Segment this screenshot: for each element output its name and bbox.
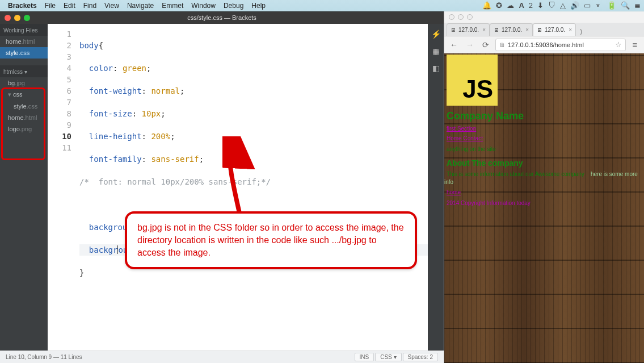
address-bar[interactable]: 🗎 127.0.0.1:59036/home.html ☆ <box>495 39 626 51</box>
menu-status-icons: 🔔 ✪ ☁ A 2 ⬇ ⛉ △ 🔊 ▭ ᯤ 🔋 🔍 ≣ <box>482 1 641 10</box>
spotlight-icon[interactable]: 🔍 <box>621 1 630 10</box>
cc-icon[interactable]: ☁ <box>507 1 514 10</box>
browser-toolbar: ← → ⟳ 🗎 127.0.0.1:59036/home.html ☆ ≡ <box>444 36 644 53</box>
file-style-css[interactable]: style.css <box>0 101 48 112</box>
drive-icon[interactable]: △ <box>560 1 566 10</box>
chrome-browser-window: 🗎127.0.0.× 🗎127.0.0.× 🗎127.0.0.× ⟩ ← → ⟳… <box>444 11 644 363</box>
page-footer: 2014 Copyright Information today <box>447 200 531 206</box>
browser-tab-2[interactable]: 🗎127.0.0.× <box>490 23 533 36</box>
folder-css[interactable]: ▾ css <box>0 89 48 101</box>
browser-tab-3[interactable]: 🗎127.0.0.× <box>533 23 576 36</box>
zoom-window-button[interactable] <box>24 15 30 21</box>
brackets-titlebar: css/style.css — Brackets <box>0 11 444 24</box>
browser-tab-1[interactable]: 🗎127.0.0.× <box>447 23 490 36</box>
page-link[interactable]: home <box>447 189 642 195</box>
reload-button[interactable]: ⟳ <box>479 39 492 51</box>
chrome-menu-button[interactable]: ≡ <box>629 40 641 49</box>
brackets-window: css/style.css — Brackets Working Files h… <box>0 11 444 363</box>
insert-mode-button[interactable]: INS <box>355 353 374 361</box>
wifi-icon[interactable]: ᯤ <box>595 1 603 10</box>
file-bg-jpg[interactable]: bg.jpg <box>0 77 48 89</box>
rendered-page: JS Company Name first Section Home Conta… <box>444 53 644 363</box>
project-header[interactable]: htmlcss ▾ <box>0 65 48 77</box>
browser-titlebar <box>444 11 644 23</box>
status-bar: Line 10, Column 9 — 11 Lines INS CSS ▾ S… <box>0 351 444 363</box>
page-nav-link[interactable]: Home Contact <box>447 135 642 141</box>
plugin-icon[interactable]: ◧ <box>432 64 440 73</box>
annotation-text: bg.jpg is not in the CSS folder so in or… <box>137 223 404 257</box>
line-gutter: 1234567891011 <box>48 24 79 351</box>
live-preview-icon[interactable]: ⚡ <box>431 30 441 39</box>
menu-edit[interactable]: Edit <box>64 2 75 10</box>
close-tab-icon[interactable]: × <box>482 27 486 33</box>
window-controls <box>5 15 30 21</box>
page-text: This is some information about our Aweso… <box>447 171 584 177</box>
extension-manager-icon[interactable]: ▦ <box>432 47 440 56</box>
notification-center-icon[interactable]: ≣ <box>634 1 641 10</box>
menu-navigate[interactable]: Navigate <box>127 2 154 10</box>
page-text: anything on the site <box>447 146 496 152</box>
working-file-home[interactable]: home.html <box>0 36 48 47</box>
close-tab-icon[interactable]: × <box>569 27 572 33</box>
browser-zoom-button[interactable] <box>467 14 473 20</box>
browser-close-button[interactable] <box>449 14 454 20</box>
menu-file[interactable]: File <box>45 2 56 10</box>
page-icon: 🗎 <box>451 27 456 33</box>
dropbox-icon[interactable]: ⬇ <box>537 1 544 10</box>
back-button[interactable]: ← <box>448 39 460 51</box>
cursor-position: Line 10, Column 9 — 11 Lines <box>6 354 82 360</box>
minimize-window-button[interactable] <box>14 15 20 21</box>
battery-icon[interactable]: 🔋 <box>607 1 616 10</box>
menu-help[interactable]: Help <box>251 2 266 10</box>
bell-icon[interactable]: 🔔 <box>482 1 491 10</box>
page-subheading: About The company <box>447 158 642 168</box>
code-editor[interactable]: 1234567891011 body{ color: green; font-w… <box>48 24 428 351</box>
bookmark-star-icon[interactable]: ☆ <box>615 40 622 49</box>
page-nav-link[interactable]: first Section <box>447 126 642 132</box>
brackets-right-toolbar: ⚡ ▦ ◧ <box>428 24 444 351</box>
forward-button[interactable]: → <box>464 39 476 51</box>
file-logo-png[interactable]: logo.png <box>0 123 48 135</box>
site-info-icon[interactable]: 🗎 <box>499 41 506 48</box>
working-files-header: Working Files <box>0 24 48 36</box>
working-file-style[interactable]: style.css <box>0 47 48 59</box>
window-title: css/style.css — Brackets <box>187 14 256 21</box>
close-tab-icon[interactable]: × <box>525 27 529 33</box>
page-icon: 🗎 <box>537 27 542 33</box>
close-window-button[interactable] <box>5 15 11 21</box>
menu-view[interactable]: View <box>104 2 119 10</box>
language-mode-button[interactable]: CSS ▾ <box>375 353 401 361</box>
indent-button[interactable]: Spaces: 2 <box>403 353 438 361</box>
menu-emmet[interactable]: Emmet <box>162 2 183 10</box>
volume-icon[interactable]: 🔊 <box>570 1 579 10</box>
js-logo: JS <box>447 55 498 106</box>
shield-icon[interactable]: ⛉ <box>548 1 555 10</box>
page-icon: 🗎 <box>494 27 499 33</box>
code-area[interactable]: body{ color: green; font-weight: normal;… <box>79 24 428 351</box>
url-text: 127.0.0.1:59036/home.html <box>508 41 584 48</box>
file-home-html[interactable]: home.html <box>0 112 48 123</box>
menu-window[interactable]: Window <box>191 2 216 10</box>
menu-find[interactable]: Find <box>83 2 96 10</box>
brackets-sidebar: Working Files home.html style.css htmlcs… <box>0 24 48 351</box>
browser-minimize-button[interactable] <box>458 14 464 20</box>
page-heading: Company Name <box>447 110 642 122</box>
new-tab-button[interactable]: ⟩ <box>576 28 586 36</box>
mac-menu-bar: Brackets File Edit Find View Navigate Em… <box>0 0 644 11</box>
adobe-icon[interactable]: A <box>519 1 524 10</box>
app-menu[interactable]: Brackets <box>8 2 37 10</box>
menu-debug[interactable]: Debug <box>224 2 243 10</box>
browser-tab-strip: 🗎127.0.0.× 🗎127.0.0.× 🗎127.0.0.× ⟩ <box>444 23 644 36</box>
annotation-callout: bg.jpg is not in the CSS folder so in or… <box>125 211 417 269</box>
display-icon[interactable]: ▭ <box>584 1 591 10</box>
num-icon: 2 <box>529 1 533 10</box>
skype-icon[interactable]: ✪ <box>496 1 502 10</box>
